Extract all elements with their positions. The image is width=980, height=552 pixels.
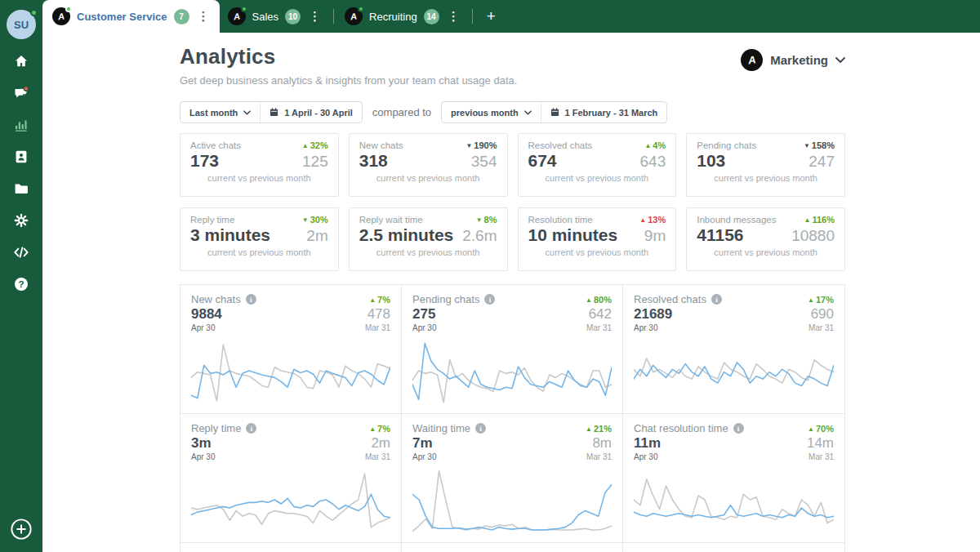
stat-card: Resolved chats ▲4% 674 643 current vs pr… — [518, 133, 677, 197]
chart-previous-date: Mar 31 — [808, 323, 834, 332]
online-status-dot — [358, 6, 364, 12]
kebab-menu-icon[interactable]: ⋮ — [446, 9, 461, 24]
tab-badge: 10 — [285, 9, 301, 24]
kebab-menu-icon[interactable]: ⋮ — [307, 9, 323, 24]
chart-current-date: Apr 30 — [634, 452, 661, 461]
trend-arrow-icon: ▼ — [804, 142, 810, 149]
stat-card: Reply time ▼30% 3 minutes 2m current vs … — [180, 207, 339, 271]
contacts-icon[interactable] — [9, 147, 33, 167]
tab-separator — [333, 9, 334, 24]
chart-card: Chat resolution time i ▲70% 11m Apr 30 1… — [623, 414, 844, 543]
workspace-tabs: A Customer Service 7 ⋮ A Sales 10 ⋮ A — [42, 0, 507, 33]
chart-previous-date: Mar 31 — [365, 323, 390, 332]
workspace-selector[interactable]: A Marketing — [741, 49, 845, 71]
integrations-icon[interactable] — [9, 243, 33, 262]
info-icon[interactable]: i — [246, 423, 256, 434]
trend-arrow-icon: ▼ — [302, 216, 309, 224]
trend-arrow-icon: ▲ — [639, 216, 646, 224]
sparkline-chart — [634, 465, 834, 534]
home-icon[interactable] — [9, 51, 33, 71]
trend-arrow-icon: ▲ — [302, 142, 309, 149]
compare-filter: previous month 1 February - 31 March — [441, 101, 667, 123]
chart-change-badge: ▲21% — [586, 424, 612, 434]
info-icon[interactable]: i — [475, 423, 486, 434]
chart-card: Waiting time i ▲21% 7m Apr 30 8m Mar 31 — [402, 414, 623, 543]
kebab-menu-icon[interactable]: ⋮ — [196, 9, 212, 24]
tab-label: Customer Service — [77, 11, 167, 23]
stat-change-badge: ▼30% — [302, 215, 328, 225]
stat-footer: current vs previous month — [190, 173, 328, 183]
reports-icon[interactable] — [9, 115, 33, 135]
workspace-logo-icon: A — [52, 7, 70, 25]
stat-card: New chats ▼190% 318 354 current vs previ… — [349, 133, 508, 197]
chart-change-badge: ▲7% — [369, 424, 390, 434]
stat-label: Active chats — [190, 140, 241, 150]
stat-card: Resolution time ▲13% 10 minutes 9m curre… — [518, 207, 677, 271]
main-content: Analytics Get deep business analytics & … — [42, 33, 980, 552]
chevron-down-icon — [243, 110, 251, 115]
chart-current-value: 7m — [412, 436, 436, 452]
chart-previous-date: Mar 31 — [586, 323, 612, 332]
archives-icon[interactable] — [9, 179, 33, 198]
charts-grid: New chats i ▲7% 9884 Apr 30 478 Mar 31 P… — [180, 284, 845, 552]
sidebar: SU — [0, 0, 42, 552]
stat-card: Pending chats ▼158% 103 247 current vs p… — [686, 133, 845, 197]
stat-previous-value: 9m — [644, 227, 666, 245]
stat-footer: current vs previous month — [697, 247, 835, 257]
settings-icon[interactable] — [9, 211, 33, 230]
chart-card: New chats i ▲7% 9884 Apr 30 478 Mar 31 — [180, 285, 402, 414]
trend-arrow-icon: ▼ — [466, 142, 472, 149]
chart-label: Waiting time — [412, 422, 470, 434]
chart-current-value: 3m — [191, 436, 215, 452]
filter-bar: Last month 1 April - 30 April compared t… — [180, 101, 845, 123]
stat-previous-value: 354 — [471, 153, 497, 171]
chart-change-badge: ▲80% — [586, 295, 612, 305]
chats-icon[interactable] — [9, 83, 33, 103]
stat-footer: current vs previous month — [697, 173, 835, 183]
stat-current-value: 2.5 minutes — [359, 225, 454, 245]
tab-customer-service[interactable]: A Customer Service 7 ⋮ — [42, 0, 220, 33]
stat-change-badge: ▲32% — [302, 140, 328, 150]
info-icon[interactable]: i — [733, 423, 744, 434]
tab-label: Sales — [252, 11, 279, 23]
info-icon[interactable]: i — [711, 294, 722, 305]
compare-select[interactable]: previous month — [442, 102, 541, 122]
stat-label: Reply wait time — [359, 215, 423, 225]
chart-label: New chats — [191, 293, 241, 305]
help-icon[interactable]: ? — [9, 274, 33, 294]
period-date-range[interactable]: 1 April - 30 April — [260, 102, 362, 122]
stat-previous-value: 2m — [306, 227, 327, 245]
chart-label: Reply time — [191, 422, 241, 434]
user-avatar[interactable]: SU — [7, 10, 36, 39]
stat-change-badge: ▼158% — [804, 140, 835, 150]
add-button[interactable] — [10, 518, 33, 541]
workspace-name: Marketing — [770, 53, 828, 67]
chart-previous-value: 642 — [586, 307, 612, 323]
chart-label: Resolved chats — [634, 293, 706, 305]
chart-card: Resolved chats i ▲17% 21689 Apr 30 690 M… — [623, 285, 844, 414]
chart-current-date: Apr 30 — [191, 452, 215, 461]
notification-dot — [24, 87, 29, 91]
info-icon[interactable]: i — [246, 294, 256, 305]
stat-footer: current vs previous month — [528, 173, 666, 183]
compared-to-label: compared to — [372, 106, 431, 118]
tab-sales[interactable]: A Sales 10 ⋮ — [220, 0, 332, 33]
avatar-initials: SU — [14, 19, 29, 31]
tab-recruiting[interactable]: A Recruiting 14 ⋮ — [336, 0, 470, 33]
online-status-dot — [65, 6, 72, 12]
stat-footer: current vs previous month — [190, 247, 328, 257]
add-workspace-button[interactable]: + — [475, 0, 507, 33]
stat-current-value: 173 — [190, 151, 219, 171]
period-select[interactable]: Last month — [180, 102, 260, 122]
chart-previous-date: Mar 31 — [586, 452, 612, 461]
trend-arrow-icon: ▲ — [586, 425, 592, 433]
trend-arrow-icon: ▲ — [369, 296, 376, 304]
info-icon[interactable]: i — [484, 294, 495, 305]
chart-previous-value: 8m — [586, 436, 612, 452]
stat-card: Active chats ▲32% 173 125 current vs pre… — [180, 133, 339, 197]
page-header: Analytics Get deep business analytics & … — [180, 44, 845, 87]
chart-current-date: Apr 30 — [412, 323, 436, 332]
chart-label: Chat resolution time — [634, 422, 728, 434]
compare-date-range[interactable]: 1 February - 31 March — [541, 102, 667, 122]
chart-card: chats activos i ▲28% — [623, 543, 844, 552]
